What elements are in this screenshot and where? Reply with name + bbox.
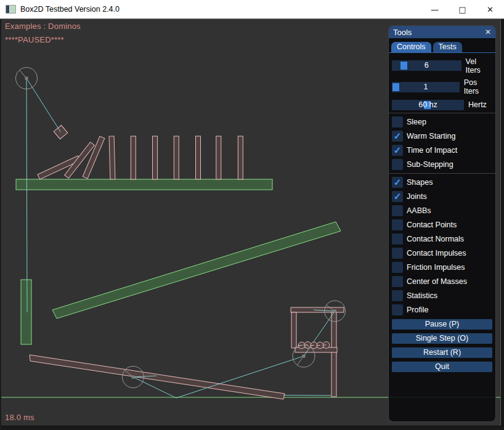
tools-panel-close-icon[interactable]: ✕ <box>485 28 491 36</box>
checkbox-box[interactable] <box>392 116 403 128</box>
checkbox-label: Center of Masses <box>407 277 467 286</box>
domino <box>216 136 221 179</box>
tab-tests[interactable]: Tests <box>433 42 462 52</box>
contact-impulses-checkbox[interactable]: Contact Impulses <box>392 248 492 259</box>
slider-label: Hertz <box>468 100 487 109</box>
checkbox-box[interactable]: ✓ <box>392 177 403 188</box>
checkbox-label: Profile <box>407 306 428 314</box>
tools-panel-titlebar[interactable]: Tools ✕ <box>389 26 495 38</box>
checkbox-box[interactable] <box>392 248 403 259</box>
vel-iters-slider[interactable]: 6 <box>392 60 461 71</box>
domino <box>109 136 115 179</box>
joint-anchor <box>303 355 306 358</box>
checkbox-box[interactable] <box>392 304 403 315</box>
checkbox-box[interactable] <box>392 276 403 287</box>
checkbox-box[interactable] <box>392 219 403 230</box>
checkbox-label: Sleep <box>407 118 426 126</box>
checkbox-box[interactable]: ✓ <box>392 191 403 202</box>
statistics-checkbox[interactable]: Statistics <box>392 290 492 301</box>
static-plank <box>52 222 341 318</box>
checkbox-box[interactable]: ✓ <box>392 131 403 142</box>
domino <box>174 136 179 179</box>
checkbox-box[interactable] <box>392 233 403 245</box>
domino <box>83 136 105 179</box>
domino <box>153 136 158 179</box>
tools-panel-title: Tools <box>393 28 412 37</box>
sleep-checkbox[interactable]: Sleep <box>392 116 492 128</box>
restart-r-button[interactable]: Restart (R) <box>392 347 492 358</box>
profile-checkbox[interactable]: Profile <box>392 304 492 315</box>
tools-panel: Tools ✕ ControlsTests 6Vel Iters1Pos Ite… <box>388 25 496 422</box>
seesaw-plank <box>30 355 285 399</box>
pos-iters-slider-row: 1Pos Iters <box>392 78 492 95</box>
tab-controls[interactable]: Controls <box>391 42 431 52</box>
joint-anchor <box>25 77 28 80</box>
checkbox-label: Sub-Stepping <box>407 160 453 169</box>
check-icon: ✓ <box>394 192 402 201</box>
checkbox-label: Shapes <box>407 178 433 187</box>
checkbox-box[interactable] <box>392 290 403 301</box>
domino <box>238 136 243 179</box>
app-icon <box>6 5 16 14</box>
tools-panel-content: 6Vel Iters1Pos Iters60 hzHertzSleep✓Warm… <box>389 57 495 372</box>
checkbox-box[interactable] <box>392 262 403 273</box>
quit-button[interactable]: Quit <box>392 362 492 372</box>
checkbox-box[interactable] <box>392 159 403 170</box>
checkbox-box[interactable] <box>392 205 403 216</box>
slider-value: 6 <box>392 60 461 71</box>
checkbox-label: Statistics <box>407 291 437 300</box>
domino <box>131 136 136 179</box>
maximize-button[interactable]: □ <box>449 0 476 18</box>
warm-starting-checkbox[interactable]: ✓Warm Starting <box>392 131 492 142</box>
time-of-impact-checkbox[interactable]: ✓Time of Impact <box>392 145 492 156</box>
separator <box>389 113 495 113</box>
pause-p-button[interactable]: Pause (P) <box>392 319 492 330</box>
slider-value: 60 hz <box>392 100 464 110</box>
checkbox-box[interactable]: ✓ <box>392 145 403 156</box>
hertz-slider[interactable]: 60 hz <box>392 100 464 110</box>
joint-anchor <box>132 376 135 379</box>
slider-label: Pos Iters <box>464 78 492 95</box>
friction-impulses-checkbox[interactable]: Friction Impulses <box>392 262 492 273</box>
single-step-o-button[interactable]: Single Step (O) <box>392 333 492 344</box>
checkbox-label: Friction Impulses <box>407 263 465 272</box>
window-titlebar: Box2D Testbed Version 2.4.0 — □ ✕ <box>0 0 504 19</box>
contact-points-checkbox[interactable]: Contact Points <box>392 219 492 230</box>
checkbox-label: Contact Normals <box>407 235 464 243</box>
joint-line <box>283 396 331 396</box>
joint-line <box>26 78 61 132</box>
separator <box>389 173 495 174</box>
window-title: Box2D Testbed Version 2.4.0 <box>20 5 120 14</box>
tab-bar: ControlsTests <box>389 38 495 53</box>
static-platform <box>21 280 31 344</box>
slider-label: Vel Iters <box>466 57 492 75</box>
checkbox-label: Joints <box>407 192 427 201</box>
aabbs-checkbox[interactable]: AABBs <box>392 205 492 216</box>
paused-label: ****PAUSED**** <box>5 35 64 44</box>
checkbox-label: Contact Impulses <box>407 249 466 258</box>
close-button[interactable]: ✕ <box>476 0 504 18</box>
sub-stepping-checkbox[interactable]: Sub-Stepping <box>392 159 492 170</box>
window-frame-right <box>500 19 504 430</box>
joints-checkbox[interactable]: ✓Joints <box>392 191 492 202</box>
frame-beam <box>331 312 336 397</box>
checkbox-label: AABBs <box>407 206 431 215</box>
check-icon: ✓ <box>394 177 402 187</box>
check-icon: ✓ <box>394 131 402 140</box>
example-label: Examples : Dominos <box>5 22 81 31</box>
pos-iters-slider[interactable]: 1 <box>392 82 460 92</box>
window-frame-bottom <box>0 426 504 430</box>
contact-normals-checkbox[interactable]: Contact Normals <box>392 233 492 245</box>
joint-anchor <box>333 310 336 313</box>
joint-line <box>26 78 27 312</box>
center-of-masses-checkbox[interactable]: Center of Masses <box>392 276 492 287</box>
checkbox-label: Warm Starting <box>407 132 455 140</box>
window-frame-left <box>0 19 1 430</box>
hertz-slider-row: 60 hzHertz <box>392 100 492 110</box>
minimize-button[interactable]: — <box>421 0 449 18</box>
frame-time-label: 18.0 ms <box>5 413 35 422</box>
vel-iters-slider-row: 6Vel Iters <box>392 57 492 75</box>
slider-value: 1 <box>392 82 460 92</box>
shapes-checkbox[interactable]: ✓Shapes <box>392 177 492 188</box>
check-icon: ✓ <box>394 145 402 155</box>
